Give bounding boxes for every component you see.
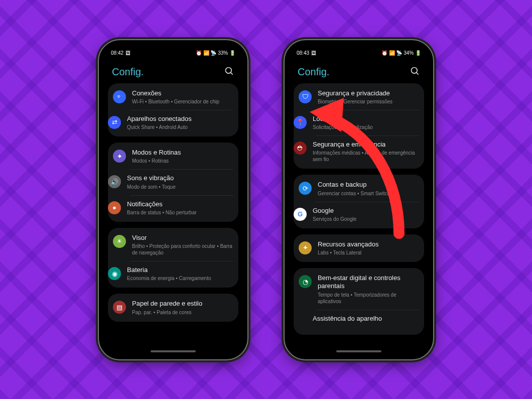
settings-group: ☀ Visor Brilho • Proteção para conforto …	[108, 228, 238, 288]
settings-group: ✦ Modos e Rotinas Modos • Rotinas 🔊 Sons…	[108, 143, 238, 222]
sound-icon: 🔊	[108, 175, 121, 188]
item-subtitle: Modo de som • Toque	[127, 184, 233, 190]
settings-item-google[interactable]: G Google Serviços do Google	[294, 202, 424, 228]
item-subtitle: Wi-Fi • Bluetooth • Gerenciador de chip	[132, 98, 233, 105]
item-title: Recursos avançados	[318, 240, 419, 248]
screen-left: 08:42 🖼 ⏰ 📶 📡 33% 🔋 Config. ᯤ Conexões W…	[103, 44, 243, 355]
item-subtitle: Economia de energia • Carregamento	[127, 275, 233, 282]
item-title: Modos e Rotinas	[132, 149, 233, 157]
devices-icon: ⇄	[108, 116, 121, 129]
settings-list[interactable]: ᯤ Conexões Wi-Fi • Bluetooth • Gerenciad…	[103, 83, 243, 355]
wifi-icon: ᯤ	[113, 90, 126, 103]
phone-left: 08:42 🖼 ⏰ 📶 📡 33% 🔋 Config. ᯤ Conexões W…	[98, 39, 248, 360]
settings-item-visor[interactable]: ☀ Visor Brilho • Proteção para conforto …	[108, 228, 238, 261]
settings-group: ◔ Bem-estar digital e controles parentai…	[294, 268, 424, 335]
page-title: Config.	[112, 66, 144, 78]
item-subtitle: Gerenciar contas • Smart Switch	[318, 190, 419, 197]
item-title: Bateria	[127, 266, 233, 274]
settings-item-sons-e-vibracao[interactable]: 🔊 Sons e vibração Modo de som • Toque	[108, 169, 238, 195]
settings-item-aparelhos-conectados[interactable]: ⇄ Aparelhos conectados Quick Share • And…	[108, 110, 238, 137]
settings-item-bem-estar-digital[interactable]: ◔ Bem-estar digital e controles parentai…	[294, 268, 424, 310]
search-icon[interactable]	[224, 66, 234, 78]
item-title: Sons e vibração	[127, 174, 233, 182]
item-title: Papel de parede e estilo	[132, 300, 233, 308]
battery-icon: ◉	[108, 267, 121, 280]
header: Config.	[289, 59, 429, 83]
settings-group: ▧ Papel de parede e estilo Pap. par. • P…	[108, 294, 238, 321]
phone-right: 08:43 🖼 ⏰ 📶 📡 34% 🔋 Config. 🛡 Segurança …	[284, 39, 434, 360]
item-subtitle: Modos • Rotinas	[132, 158, 233, 164]
settings-item-conexoes[interactable]: ᯤ Conexões Wi-Fi • Bluetooth • Gerenciad…	[108, 83, 238, 110]
gesture-bar[interactable]	[151, 350, 196, 352]
settings-item-seguranca-e-emergencia[interactable]: ⛑ Segurança e emergência Informações méd…	[294, 136, 424, 169]
item-title: Local	[313, 115, 419, 123]
svg-line-1	[231, 72, 233, 74]
settings-group: ✦ Recursos avançados Labs • Tecla Latera…	[294, 234, 424, 262]
settings-item-contas-e-backup[interactable]: ⟳ Contas e backup Gerenciar contas • Sma…	[294, 175, 424, 201]
item-title: Aparelhos conectados	[127, 115, 233, 123]
settings-list[interactable]: 🛡 Segurança e privacidade Biometria • Ge…	[289, 83, 429, 355]
item-subtitle: Quick Share • Android Auto	[127, 124, 233, 130]
settings-group: ⟳ Contas e backup Gerenciar contas • Sma…	[294, 175, 424, 228]
item-subtitle: Pap. par. • Paleta de cores	[132, 309, 233, 316]
shield-icon: 🛡	[299, 90, 312, 103]
screen-right: 08:43 🖼 ⏰ 📶 📡 34% 🔋 Config. 🛡 Segurança …	[289, 44, 429, 355]
settings-item-bateria[interactable]: ◉ Bateria Economia de energia • Carregam…	[108, 261, 238, 288]
settings-group: ᯤ Conexões Wi-Fi • Bluetooth • Gerenciad…	[108, 83, 238, 137]
wallpaper-icon: ▧	[113, 301, 126, 314]
item-subtitle: Informações médicas • Alertas de emergên…	[313, 150, 419, 163]
item-subtitle: Barra de status • Não perturbar	[127, 209, 233, 216]
bell-icon: ●	[108, 201, 121, 214]
labs-icon: ✦	[299, 241, 312, 254]
item-subtitle: Serviços do Google	[313, 216, 419, 222]
gesture-bar[interactable]	[336, 350, 381, 352]
page-title: Config.	[298, 66, 329, 78]
routine-icon: ✦	[113, 150, 126, 163]
backup-icon: ⟳	[299, 182, 312, 195]
status-icons: ⏰ 📶 📡 34% 🔋	[381, 50, 421, 56]
wellbeing-icon: ◔	[299, 275, 312, 288]
settings-item-seguranca-e-privacidade[interactable]: 🛡 Segurança e privacidade Biometria • Ge…	[294, 83, 424, 110]
svg-point-2	[412, 67, 418, 73]
item-title: Notificações	[127, 200, 233, 208]
item-title: Conexões	[132, 89, 233, 97]
display-icon: ☀	[113, 235, 126, 248]
item-title: Bem-estar digital e controles parentais	[318, 274, 419, 291]
svg-point-0	[226, 67, 232, 73]
status-bar: 08:43 🖼 ⏰ 📶 📡 34% 🔋	[289, 47, 429, 59]
search-icon[interactable]	[410, 66, 420, 78]
status-time: 08:43	[297, 50, 309, 56]
status-icons: ⏰ 📶 📡 33% 🔋	[196, 50, 235, 56]
item-subtitle: Tempo de tela • Temporizadores de aplica…	[318, 292, 419, 305]
item-subtitle: Biometria • Gerenciar permissões	[318, 98, 419, 105]
siren-icon: ⛑	[294, 142, 307, 155]
settings-item-assistencia-do-aparelho[interactable]: Assistência do aparelho	[294, 310, 424, 335]
google-icon: G	[294, 208, 307, 221]
settings-item-recursos-avancados[interactable]: ✦ Recursos avançados Labs • Tecla Latera…	[294, 234, 424, 262]
settings-group: 🛡 Segurança e privacidade Biometria • Ge…	[294, 83, 424, 169]
status-bar: 08:42 🖼 ⏰ 📶 📡 33% 🔋	[103, 47, 243, 59]
settings-item-papel-de-parede[interactable]: ▧ Papel de parede e estilo Pap. par. • P…	[108, 294, 238, 321]
item-title: Segurança e emergência	[313, 141, 419, 149]
status-time: 08:42	[111, 50, 123, 56]
settings-item-local[interactable]: 📍 Local Solicitações de localização	[294, 110, 424, 136]
location-icon: 📍	[294, 116, 307, 129]
svg-line-3	[417, 72, 419, 74]
item-subtitle: Solicitações de localização	[313, 124, 419, 130]
item-title: Visor	[132, 234, 233, 242]
item-title: Contas e backup	[318, 181, 419, 189]
item-title: Assistência do aparelho	[313, 315, 419, 323]
item-subtitle: Labs • Tecla Lateral	[318, 249, 419, 256]
settings-item-modos-e-rotinas[interactable]: ✦ Modos e Rotinas Modos • Rotinas	[108, 143, 238, 169]
screenshot-icon: 🖼	[311, 50, 316, 56]
header: Config.	[103, 59, 243, 83]
item-subtitle: Brilho • Proteção para conforto ocular •…	[132, 243, 233, 256]
item-title: Google	[313, 207, 419, 215]
screenshot-icon: 🖼	[125, 50, 130, 56]
settings-item-notificacoes[interactable]: ● Notificações Barra de status • Não per…	[108, 195, 238, 222]
item-title: Segurança e privacidade	[318, 89, 419, 97]
